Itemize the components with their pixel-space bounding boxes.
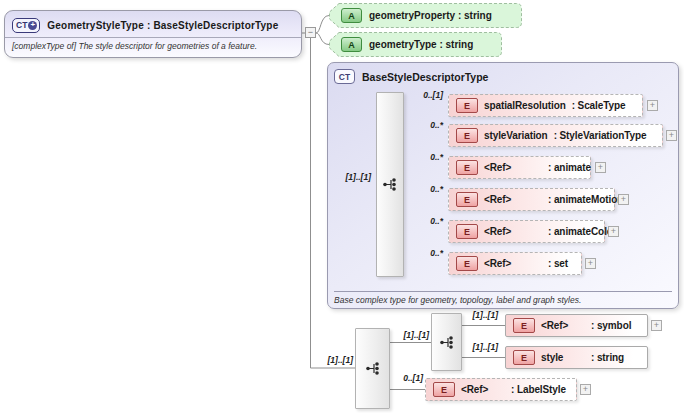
element-spatialresolution[interactable]: E spatialResolution : ScaleType — [448, 94, 643, 117]
cardinality-label: 0..* — [403, 216, 443, 226]
element-name: <Ref> — [461, 384, 505, 395]
cardinality-label: 0..* — [403, 248, 443, 258]
sequence-compositor[interactable] — [355, 328, 390, 409]
element-type: : LabelStyle — [511, 384, 566, 395]
complextype-badge: CT — [334, 69, 355, 84]
sequence-icon — [382, 177, 398, 192]
cardinality-label: 0..[1] — [403, 90, 443, 100]
element-badge: E — [456, 224, 478, 239]
sequence-compositor[interactable] — [376, 92, 404, 277]
cardinality-label: [1]..[1] — [313, 355, 353, 365]
ct-badge-label: CT — [16, 20, 27, 30]
element-stylevariation[interactable]: E styleVariation : StyleVariationType — [448, 124, 663, 147]
element-ref-animate[interactable]: E <Ref> : animate — [448, 156, 591, 179]
expand-button[interactable]: + — [608, 226, 619, 237]
element-badge: E — [433, 382, 455, 397]
sequence-icon — [365, 361, 381, 376]
element-name: <Ref> — [484, 226, 542, 237]
expand-button[interactable]: + — [585, 258, 596, 269]
element-name: spatialResolution — [484, 100, 566, 111]
cardinality-label: 0..[1] — [381, 373, 423, 383]
element-type: : StyleVariationType — [554, 130, 647, 141]
root-title: GeometryStyleType : BaseStyleDescriptorT… — [47, 20, 278, 31]
element-type: : string — [591, 352, 624, 363]
expand-button[interactable]: + — [651, 320, 662, 331]
root-title-row: CT + GeometryStyleType : BaseStyleDescri… — [5, 11, 301, 38]
attribute-label: geometryProperty : string — [369, 10, 492, 21]
attribute-geometrytype[interactable]: A geometryType : string — [329, 32, 502, 57]
element-style[interactable]: E style : string — [505, 346, 648, 369]
element-ref-animatemotion[interactable]: E <Ref> : animateMotion — [448, 188, 615, 211]
cardinality-label: 0..* — [403, 152, 443, 162]
cardinality-label: [1]..[1] — [389, 330, 429, 340]
element-name: styleVariation — [484, 130, 548, 141]
element-type: : symbol — [591, 320, 631, 331]
cardinality-label: [1]..[1] — [458, 342, 498, 352]
element-badge: E — [456, 160, 478, 175]
element-type: : set — [548, 258, 568, 269]
element-badge: E — [456, 128, 478, 143]
plus-circle-icon: + — [28, 21, 37, 30]
complextype-geometrystyletype-node[interactable]: CT + GeometryStyleType : BaseStyleDescri… — [4, 10, 302, 58]
expand-button[interactable]: + — [618, 194, 629, 205]
element-type: : ScaleType — [572, 100, 626, 111]
element-ref-animatecolor[interactable]: E <Ref> : animateColor — [448, 220, 605, 243]
expand-button[interactable]: + — [580, 384, 591, 395]
sequence-icon — [439, 335, 455, 350]
expand-button[interactable]: + — [666, 130, 677, 141]
expand-button[interactable]: + — [595, 162, 606, 173]
attribute-badge: A — [341, 37, 362, 52]
element-ref-labelstyle[interactable]: E <Ref> : LabelStyle — [425, 378, 577, 401]
element-name: style — [541, 352, 585, 363]
element-name: <Ref> — [484, 194, 542, 205]
xsd-diagram: CT + GeometryStyleType : BaseStyleDescri… — [0, 0, 684, 413]
expand-button[interactable]: + — [647, 100, 658, 111]
cardinality-label: [1]..[1] — [331, 172, 371, 182]
cardinality-label: 0..* — [403, 120, 443, 130]
element-name: <Ref> — [484, 258, 542, 269]
collapse-button[interactable]: − — [305, 27, 316, 38]
element-type: : animate — [548, 162, 591, 173]
element-badge: E — [456, 256, 478, 271]
complextype-extension-badge: CT + — [12, 18, 40, 33]
element-badge: E — [513, 318, 535, 333]
element-name: <Ref> — [541, 320, 585, 331]
element-ref-symbol[interactable]: E <Ref> : symbol — [505, 314, 648, 337]
element-badge: E — [456, 192, 478, 207]
attribute-label: geometryType : string — [369, 39, 473, 50]
cardinality-label: 0..* — [403, 184, 443, 194]
basetype-annotation: Base complex type for geometry, topology… — [334, 291, 672, 305]
element-badge: E — [456, 98, 478, 113]
element-ref-set[interactable]: E <Ref> : set — [448, 252, 582, 275]
root-description: [complexType of] The style descriptor fo… — [5, 38, 301, 54]
attribute-geometryproperty[interactable]: A geometryProperty : string — [329, 3, 522, 28]
element-type: : animateColor — [548, 226, 617, 237]
basetype-title: BaseStyleDescriptorType — [362, 71, 488, 83]
element-badge: E — [513, 350, 535, 365]
attribute-badge: A — [341, 8, 362, 23]
element-name: <Ref> — [484, 162, 542, 173]
element-type: : animateMotion — [548, 194, 623, 205]
cardinality-label: [1]..[1] — [458, 310, 498, 320]
